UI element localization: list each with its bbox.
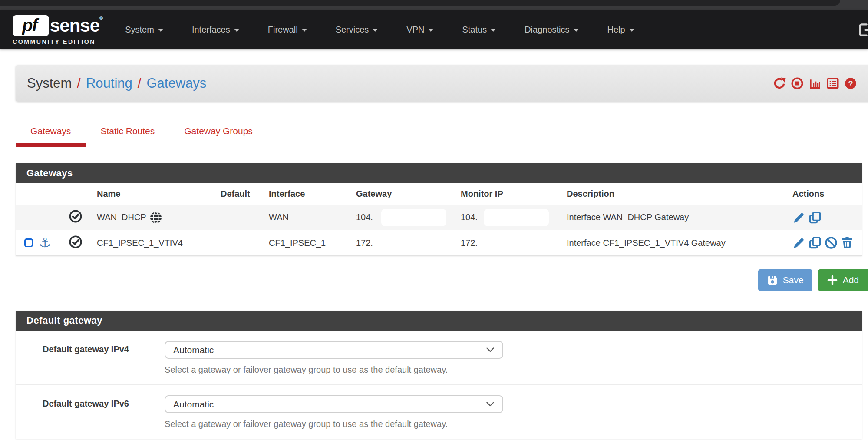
tab-static-routes[interactable]: Static Routes <box>86 126 169 147</box>
help-text: Select a gateway or failover gateway gro… <box>165 419 842 429</box>
delete-icon[interactable] <box>841 236 854 249</box>
default-gateway-ipv6-select[interactable]: Automatic <box>165 395 503 413</box>
selected-value: Automatic <box>173 399 214 410</box>
caret-down-icon <box>302 29 307 32</box>
col-interface: Interface <box>265 189 353 199</box>
anchor-icon: ⚓ <box>39 236 51 249</box>
default-gateway-ipv4-select[interactable]: Automatic <box>165 341 503 359</box>
plus-icon <box>827 275 838 286</box>
logo-sense-text: sense® <box>50 15 102 36</box>
help-text: Select a gateway or failover gateway gro… <box>165 365 842 375</box>
caret-down-icon <box>574 29 579 32</box>
logo-pf-mark: pf <box>13 15 49 36</box>
col-description: Description <box>563 189 789 199</box>
tab-gateway-groups[interactable]: Gateway Groups <box>169 126 267 147</box>
gateways-table-header: Name Default Interface Gateway Monitor I… <box>16 183 862 205</box>
breadcrumb-routing-link[interactable]: Routing <box>86 76 132 91</box>
gateways-panel: Gateways Name Default Interface Gateway … <box>16 163 862 256</box>
pfsense-gateways-page: pf sense® COMMUNITY EDITION System Inter… <box>0 0 868 440</box>
col-monitor-ip: Monitor IP <box>457 189 563 199</box>
gateway-interface: WAN <box>265 212 353 222</box>
menu-system[interactable]: System <box>125 25 163 35</box>
svg-text:?: ? <box>848 79 853 88</box>
redaction-box <box>484 209 549 226</box>
caret-down-icon <box>373 29 378 32</box>
gateway-description: Interface CF1_IPSEC_1_VTIV4 Gateway <box>563 238 789 248</box>
refresh-icon[interactable] <box>773 77 786 90</box>
breadcrumb-separator: / <box>138 76 142 91</box>
chevron-down-icon <box>486 401 495 407</box>
caret-down-icon <box>428 29 433 32</box>
log-icon[interactable] <box>826 77 839 90</box>
caret-down-icon <box>234 29 239 32</box>
default-gateway-panel-title: Default gateway <box>16 311 862 331</box>
logo-tagline: COMMUNITY EDITION <box>13 38 102 45</box>
breadcrumb-gateways-link[interactable]: Gateways <box>146 76 206 91</box>
form-row-ipv4: Default gateway IPv4 Automatic Select a … <box>16 331 862 385</box>
routing-tabs: Gateways Static Routes Gateway Groups <box>16 126 868 147</box>
monitor-graph-icon[interactable] <box>809 77 822 90</box>
menu-firewall[interactable]: Firewall <box>268 25 307 35</box>
caret-down-icon <box>491 29 496 32</box>
breadcrumb-action-icons: ? <box>773 77 857 90</box>
save-button[interactable]: Save <box>758 269 812 291</box>
gateways-panel-title: Gateways <box>16 163 862 183</box>
default-gateway-ipv6-label: Default gateway IPv6 <box>16 395 165 429</box>
col-actions: Actions <box>789 189 862 199</box>
copy-icon[interactable] <box>809 211 822 224</box>
redaction-box <box>381 209 446 226</box>
table-row-cf1-ipsec: ⚓ CF1_IPSEC_1_VTIV4 CF1_IPSEC_1 172. 172… <box>16 230 862 256</box>
monitor-ip: 104. <box>461 212 478 222</box>
top-navbar: pf sense® COMMUNITY EDITION System Inter… <box>0 10 868 49</box>
globe-icon <box>149 211 162 224</box>
col-name: Name <box>93 189 217 199</box>
gateway-address: 104. <box>356 212 373 222</box>
menu-vpn[interactable]: VPN <box>406 25 433 35</box>
browser-tab-shape <box>0 0 840 6</box>
breadcrumb-bar: System / Routing / Gateways ? <box>16 65 868 102</box>
menu-interfaces[interactable]: Interfaces <box>192 25 239 35</box>
edit-icon[interactable] <box>792 211 805 224</box>
monitor-ip: 172. <box>461 238 478 248</box>
stop-icon[interactable] <box>791 77 804 90</box>
help-icon[interactable]: ? <box>844 77 857 90</box>
table-row-wan-dhcp: WAN_DHCP WAN 104. 104. Interface WAN_DHC… <box>16 205 862 230</box>
menu-help[interactable]: Help <box>607 25 634 35</box>
copy-icon[interactable] <box>809 236 822 249</box>
check-circle-icon <box>69 209 83 223</box>
navbar-menus: System Interfaces Firewall Services VPN … <box>125 25 634 35</box>
breadcrumb-system: System <box>27 76 72 91</box>
menu-services[interactable]: Services <box>336 25 378 35</box>
pfsense-logo[interactable]: pf sense® COMMUNITY EDITION <box>13 15 102 45</box>
gateway-name: WAN_DHCP <box>97 212 146 222</box>
main-content: System / Routing / Gateways ? Gateways S… <box>0 65 868 439</box>
form-row-ipv6: Default gateway IPv6 Automatic Select a … <box>16 385 862 439</box>
browser-chrome-strip <box>0 0 868 10</box>
col-gateway: Gateway <box>353 189 457 199</box>
check-circle-icon <box>69 235 83 249</box>
sign-out-icon[interactable] <box>857 23 868 37</box>
chevron-down-icon <box>486 347 495 353</box>
disable-icon[interactable] <box>825 236 838 249</box>
table-buttons-row: Save Add <box>16 269 868 291</box>
gateway-name: CF1_IPSEC_1_VTIV4 <box>97 238 183 248</box>
caret-down-icon <box>629 29 634 32</box>
default-gateway-ipv4-label: Default gateway IPv4 <box>16 341 165 375</box>
add-button[interactable]: Add <box>818 269 868 291</box>
gateway-address: 172. <box>356 238 373 248</box>
selected-value: Automatic <box>173 345 214 355</box>
tab-gateways[interactable]: Gateways <box>16 126 86 147</box>
menu-diagnostics[interactable]: Diagnostics <box>525 25 578 35</box>
row-checkbox[interactable] <box>24 238 33 247</box>
breadcrumb-separator: / <box>77 76 81 91</box>
default-gateway-panel: Default gateway Default gateway IPv4 Aut… <box>16 311 862 439</box>
edit-icon[interactable] <box>792 236 805 249</box>
col-default: Default <box>217 189 265 199</box>
menu-status[interactable]: Status <box>462 25 496 35</box>
caret-down-icon <box>158 29 163 32</box>
save-icon <box>767 275 778 286</box>
breadcrumb: System / Routing / Gateways <box>27 76 206 91</box>
gateway-description: Interface WAN_DHCP Gateway <box>563 212 789 222</box>
gateway-interface: CF1_IPSEC_1 <box>265 238 353 248</box>
